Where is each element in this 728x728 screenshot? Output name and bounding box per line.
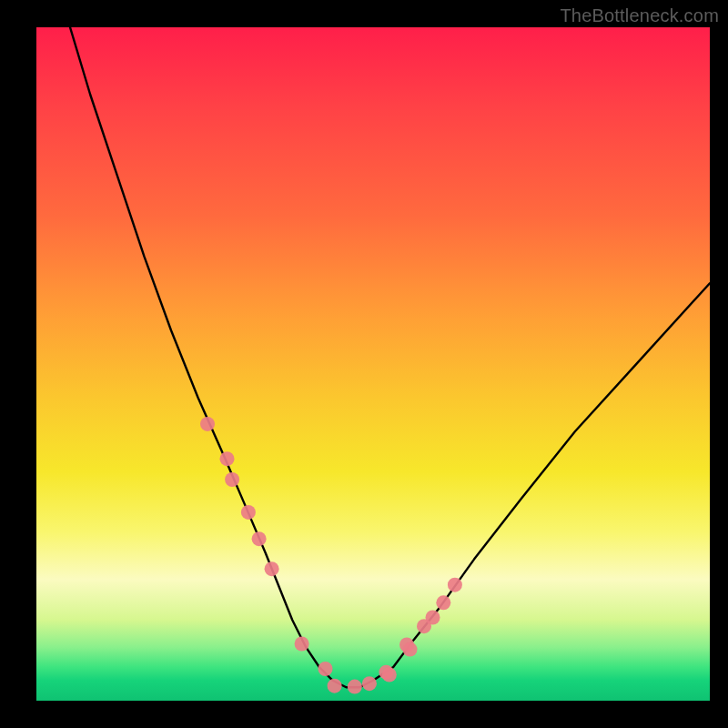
curve-layer	[36, 27, 710, 701]
data-point	[318, 662, 333, 676]
chart-frame: TheBottleneck.com	[0, 0, 728, 728]
data-point	[403, 642, 418, 657]
data-point	[382, 668, 397, 682]
data-point	[265, 561, 279, 576]
data-point	[241, 505, 256, 520]
bottleneck-curve	[70, 27, 710, 687]
plot-area	[36, 27, 710, 701]
data-point	[225, 472, 239, 487]
data-point	[252, 531, 267, 546]
data-point	[426, 611, 440, 625]
data-point	[328, 679, 342, 693]
data-point	[362, 676, 377, 691]
data-point	[220, 451, 235, 466]
data-point	[295, 637, 309, 652]
data-point	[436, 595, 450, 610]
data-point	[348, 680, 362, 694]
watermark-text: TheBottleneck.com	[560, 5, 719, 26]
data-point	[448, 578, 462, 592]
data-point	[200, 417, 215, 431]
